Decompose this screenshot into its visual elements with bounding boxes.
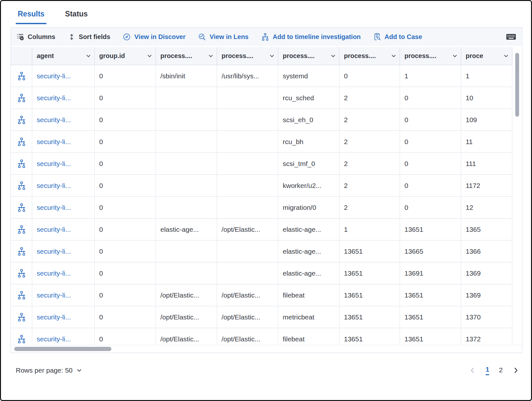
view-in-discover-button[interactable]: View in Discover — [122, 33, 185, 41]
grid-cell[interactable]: elastic-age... — [278, 219, 339, 240]
column-actions-chevron-icon[interactable] — [269, 53, 275, 59]
analyze-event-button[interactable] — [11, 306, 32, 328]
grid-cell[interactable] — [156, 109, 217, 131]
grid-cell[interactable]: 0 — [95, 109, 156, 131]
grid-cell[interactable]: 2 — [339, 87, 400, 109]
grid-cell[interactable]: 1172 — [461, 175, 512, 197]
analyze-event-button[interactable] — [11, 328, 32, 345]
agent-link[interactable]: security-li... — [32, 284, 95, 306]
grid-cell[interactable]: 0 — [95, 131, 156, 153]
agent-link[interactable]: security-li... — [32, 87, 95, 109]
grid-cell[interactable]: 109 — [461, 109, 512, 131]
grid-cell[interactable]: 1370 — [461, 306, 512, 328]
grid-cell[interactable]: /opt/Elastic... — [217, 284, 278, 306]
analyze-event-button[interactable] — [11, 284, 32, 306]
analyze-event-button[interactable] — [11, 109, 32, 131]
grid-cell[interactable]: 13651 — [400, 328, 461, 345]
grid-cell[interactable]: 13651 — [400, 284, 461, 306]
analyze-event-button[interactable] — [11, 175, 32, 197]
grid-cell[interactable]: /opt/Elastic... — [217, 306, 278, 328]
grid-cell[interactable]: 12 — [461, 197, 512, 219]
column-actions-chevron-icon[interactable] — [391, 53, 396, 59]
column-header-7[interactable]: proce — [461, 47, 512, 65]
grid-cell[interactable] — [217, 109, 278, 131]
grid-cell[interactable]: 13665 — [400, 240, 461, 262]
grid-cell[interactable]: 2 — [339, 109, 400, 131]
grid-cell[interactable]: 0 — [400, 109, 461, 131]
grid-cell[interactable]: 2 — [339, 175, 400, 197]
column-header-0[interactable]: agent — [32, 47, 95, 65]
grid-cell[interactable]: 13651 — [339, 306, 400, 328]
grid-cell[interactable]: 0 — [95, 219, 156, 240]
grid-cell[interactable] — [156, 153, 217, 175]
grid-cell[interactable] — [156, 87, 217, 109]
grid-cell[interactable]: 0 — [400, 175, 461, 197]
agent-link[interactable]: security-li... — [32, 153, 95, 175]
grid-cell[interactable]: 13651 — [400, 219, 461, 240]
grid-cell[interactable]: scsi_eh_0 — [278, 109, 339, 131]
analyze-event-button[interactable] — [11, 87, 32, 109]
grid-cell[interactable]: filebeat — [278, 328, 339, 345]
agent-link[interactable]: security-li... — [32, 262, 95, 284]
grid-cell[interactable]: 10 — [461, 87, 512, 109]
grid-cell[interactable] — [217, 131, 278, 153]
grid-cell[interactable]: rcu_bh — [278, 131, 339, 153]
grid-cell[interactable] — [156, 175, 217, 197]
grid-cell[interactable]: metricbeat — [278, 306, 339, 328]
analyze-event-button[interactable] — [11, 262, 32, 284]
column-actions-chevron-icon[interactable] — [330, 53, 336, 59]
keyboard-shortcuts-button[interactable] — [505, 31, 517, 43]
rows-per-page-button[interactable]: Rows per page: 50 — [16, 367, 82, 374]
grid-cell[interactable]: 0 — [400, 197, 461, 219]
grid-cell[interactable]: 0 — [95, 65, 156, 87]
grid-cell[interactable]: elastic-age... — [278, 240, 339, 262]
grid-cell[interactable]: rcu_sched — [278, 87, 339, 109]
grid-cell[interactable]: 13651 — [339, 262, 400, 284]
grid-cell[interactable]: 1 — [400, 65, 461, 87]
grid-cell[interactable]: 2 — [339, 197, 400, 219]
grid-cell[interactable]: /opt/Elastic... — [156, 306, 217, 328]
grid-cell[interactable] — [156, 262, 217, 284]
grid-cell[interactable]: 1366 — [461, 240, 512, 262]
column-actions-chevron-icon[interactable] — [208, 53, 214, 59]
grid-cell[interactable]: /usr/lib/sys... — [217, 65, 278, 87]
agent-link[interactable]: security-li... — [32, 175, 95, 197]
grid-cell[interactable] — [217, 175, 278, 197]
agent-link[interactable]: security-li... — [32, 109, 95, 131]
agent-link[interactable]: security-li... — [32, 197, 95, 219]
columns-button[interactable]: Columns — [16, 33, 55, 41]
agent-link[interactable]: security-li... — [32, 65, 95, 87]
grid-cell[interactable]: 0 — [400, 131, 461, 153]
column-header-3[interactable]: process.... — [217, 47, 278, 65]
grid-cell[interactable]: 0 — [95, 197, 156, 219]
grid-cell[interactable]: 0 — [95, 262, 156, 284]
grid-cell[interactable]: 0 — [95, 328, 156, 345]
add-to-case-button[interactable]: Add to Case — [373, 33, 422, 41]
grid-cell[interactable] — [156, 131, 217, 153]
grid-cell[interactable]: /opt/Elastic... — [156, 284, 217, 306]
agent-link[interactable]: security-li... — [32, 240, 95, 262]
grid-cell[interactable]: filebeat — [278, 284, 339, 306]
grid-cell[interactable]: 11 — [461, 131, 512, 153]
tab-results[interactable]: Results — [16, 9, 46, 24]
grid-cell[interactable]: 0 — [95, 153, 156, 175]
grid-cell[interactable] — [217, 262, 278, 284]
grid-cell[interactable]: 1 — [461, 65, 512, 87]
grid-cell[interactable] — [217, 153, 278, 175]
analyze-event-button[interactable] — [11, 131, 32, 153]
grid-cell[interactable] — [217, 240, 278, 262]
vertical-scrollbar-thumb[interactable] — [515, 53, 519, 117]
grid-cell[interactable]: elastic-age... — [156, 219, 217, 240]
horizontal-scrollbar[interactable] — [11, 345, 522, 353]
page-1-button[interactable]: 1 — [486, 366, 489, 375]
grid-cell[interactable]: kworker/u2... — [278, 175, 339, 197]
analyze-event-button[interactable] — [11, 197, 32, 219]
horizontal-scrollbar-thumb[interactable] — [14, 347, 111, 351]
agent-link[interactable]: security-li... — [32, 328, 95, 345]
grid-cell[interactable]: elastic-age... — [278, 262, 339, 284]
column-header-5[interactable]: process.... — [339, 47, 400, 65]
grid-cell[interactable]: migration/0 — [278, 197, 339, 219]
analyze-event-button[interactable] — [11, 153, 32, 175]
grid-cell[interactable]: 0 — [95, 175, 156, 197]
analyze-event-button[interactable] — [11, 219, 32, 240]
